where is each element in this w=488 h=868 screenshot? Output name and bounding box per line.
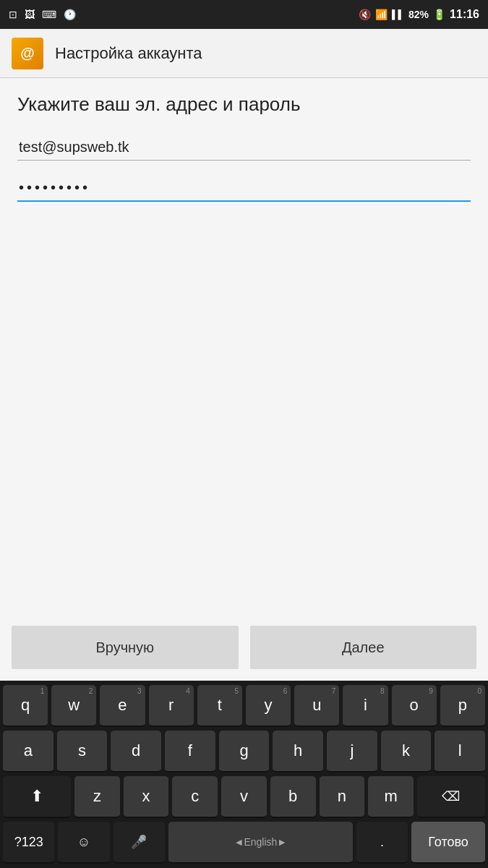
key-z[interactable]: z [74, 776, 120, 818]
key-a[interactable]: a [3, 731, 53, 773]
key-b[interactable]: b [270, 776, 316, 818]
key-i[interactable]: 8i [343, 685, 388, 727]
status-bar: ⊡ 🖼 ⌨ 🕐 🔇 📶 ▌▌ 82% 🔋 11:16 [0, 0, 488, 29]
keyboard-icon: ⌨ [42, 9, 56, 20]
key-l[interactable]: l [435, 731, 485, 773]
key-g[interactable]: g [219, 731, 270, 773]
key-q[interactable]: 1q [3, 685, 48, 727]
signal-icon: ▌▌ [392, 9, 404, 20]
key-d[interactable]: d [111, 731, 161, 773]
main-content: Укажите ваш эл. адрес и пароль [0, 78, 488, 614]
key-v[interactable]: v [221, 776, 267, 818]
shift-key[interactable]: ⬆ [3, 776, 71, 818]
key-r[interactable]: 4r [149, 685, 194, 727]
key-o[interactable]: 9o [392, 685, 437, 727]
camera-icon: ⊡ [9, 9, 17, 20]
button-row: Вручную Далее [0, 614, 488, 681]
email-input[interactable] [17, 135, 471, 161]
key-j[interactable]: j [327, 731, 377, 773]
password-input[interactable] [17, 175, 471, 202]
key-n[interactable]: n [320, 776, 365, 818]
done-key[interactable]: Готово [411, 822, 485, 864]
key-x[interactable]: x [124, 776, 169, 818]
key-h[interactable]: h [273, 731, 323, 773]
status-icons-left: ⊡ 🖼 ⌨ 🕐 [9, 9, 76, 20]
num-switch-key[interactable]: ?123 [3, 822, 54, 864]
key-u[interactable]: 7u [294, 685, 339, 727]
time: 11:16 [450, 8, 479, 21]
status-icons-right: 🔇 📶 ▌▌ 82% 🔋 11:16 [359, 8, 479, 21]
key-m[interactable]: m [368, 776, 414, 818]
key-k[interactable]: k [381, 731, 432, 773]
clock-icon: 🕐 [64, 9, 76, 20]
keyboard-row-2: a s d f g h j k l [3, 731, 485, 773]
key-p[interactable]: 0p [440, 685, 485, 727]
key-c[interactable]: c [172, 776, 218, 818]
app-bar: Настройка аккаунта [0, 29, 488, 78]
key-t[interactable]: 5t [197, 685, 242, 727]
wifi-icon: 📶 [375, 9, 388, 20]
keyboard-row-bottom: ?123 ☺ 🎤 ◄ English ► . Готово [3, 822, 485, 864]
key-w[interactable]: 2w [51, 685, 96, 727]
app-title: Настройка аккаунта [55, 44, 202, 63]
key-s[interactable]: s [57, 731, 108, 773]
form-title: Укажите ваш эл. адрес и пароль [17, 93, 471, 117]
key-e[interactable]: 3e [100, 685, 145, 727]
app-icon [12, 38, 43, 69]
emoji-key[interactable]: ☺ [58, 822, 109, 864]
manual-button[interactable]: Вручную [12, 626, 239, 669]
next-button[interactable]: Далее [250, 626, 477, 669]
backspace-key[interactable]: ⌫ [417, 776, 485, 818]
key-f[interactable]: f [165, 731, 215, 773]
keyboard-row-1: 1q 2w 3e 4r 5t 6y 7u 8i 9o 0p [3, 685, 485, 727]
mute-icon: 🔇 [359, 9, 371, 20]
keyboard: 1q 2w 3e 4r 5t 6y 7u 8i 9o 0p a s d f g … [0, 681, 488, 868]
mic-key[interactable]: 🎤 [114, 822, 165, 864]
period-key[interactable]: . [356, 822, 408, 864]
keyboard-row-3: ⬆ z x c v b n m ⌫ [3, 776, 485, 818]
space-key[interactable]: ◄ English ► [168, 822, 353, 864]
battery-icon: 🔋 [433, 9, 445, 20]
battery-level: 82% [408, 9, 429, 20]
key-y[interactable]: 6y [246, 685, 291, 727]
image-icon: 🖼 [25, 9, 35, 20]
